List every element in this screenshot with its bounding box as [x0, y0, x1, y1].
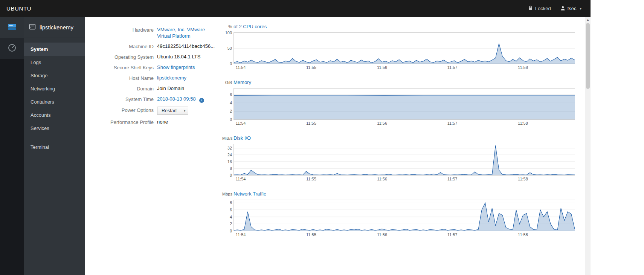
- info-value-link[interactable]: lipstickenemy: [157, 75, 186, 81]
- sidebar-item-services[interactable]: Services: [24, 122, 85, 135]
- info-value: Show fingerprints: [157, 64, 214, 71]
- info-value: Restart ▾: [157, 107, 214, 115]
- info-label: Machine ID: [85, 43, 154, 50]
- user-name: tsec: [568, 6, 577, 11]
- chart-xaxis: 11:5411:5511:5611:5711:58: [234, 232, 575, 238]
- brand-title: UBUNTU: [6, 5, 31, 12]
- chart-yaxis: 050100: [222, 32, 233, 64]
- sidebar-item-label: Accounts: [31, 112, 50, 118]
- chevron-down-icon: ▾: [580, 7, 581, 11]
- chart-yaxis: 02468: [222, 200, 233, 231]
- info-label: Hardware: [85, 26, 154, 39]
- scrollbar[interactable]: ▲: [585, 17, 591, 275]
- power-options-split-button: Restart ▾: [157, 107, 188, 115]
- chart-yaxis: 0246: [222, 88, 233, 120]
- info-value: 2018-08-13 09:58 i: [157, 96, 214, 103]
- info-value: Join Domain: [157, 85, 214, 92]
- info-value-link[interactable]: VMware, Inc. VMware Virtual Platform: [157, 27, 205, 39]
- sidebar-item-label: Terminal: [31, 144, 49, 150]
- info-label: Performance Profile: [85, 119, 154, 125]
- chart-xaxis: 11:5411:5511:5611:5711:58: [234, 121, 575, 126]
- sidebar-nav: System Logs Storage Networking Container…: [24, 38, 85, 154]
- chart-unit-label: %: [222, 24, 233, 29]
- rail-item-dashboard[interactable]: [0, 38, 24, 59]
- shell: lipstickenemy System Logs Storage Networ…: [0, 17, 591, 275]
- user-menu[interactable]: tsec ▾: [561, 5, 581, 12]
- sidebar-item-networking[interactable]: Networking: [24, 82, 85, 95]
- locked-label: Locked: [535, 6, 551, 11]
- info-value: 49c1822514114bacb456...: [157, 43, 214, 50]
- chart-yaxis: 08162432: [222, 144, 233, 176]
- sidebar-item-label: System: [31, 46, 48, 52]
- chart-unit-label: Mbps: [222, 192, 233, 196]
- icon-rail: [0, 17, 24, 275]
- chart-disk-io: MiB/s Disk I/O 08162432 11:5411:5511:561…: [222, 135, 576, 182]
- chart-xaxis: 11:5411:5511:5611:5711:58: [234, 65, 575, 70]
- restart-button[interactable]: Restart: [157, 107, 181, 115]
- chart-title-link[interactable]: Disk I/O: [233, 135, 251, 141]
- host-name: lipstickenemy: [40, 24, 73, 31]
- info-label: Domain: [85, 85, 154, 92]
- scrollbar-thumb[interactable]: [586, 23, 590, 89]
- info-value: none: [157, 119, 214, 125]
- sidebar-item-logs[interactable]: Logs: [24, 56, 85, 69]
- sidebar-item-storage[interactable]: Storage: [24, 69, 85, 82]
- chart-plot: [233, 32, 575, 64]
- info-label: Secure Shell Keys: [85, 64, 154, 71]
- chart-title-link[interactable]: Memory: [233, 79, 251, 85]
- chart-plot: [233, 144, 575, 176]
- gauge-icon: [8, 43, 17, 54]
- rail-item-host[interactable]: [0, 17, 24, 38]
- chart-network-traffic: Mbps Network Traffic 02468 11:5411:5511:…: [222, 191, 576, 238]
- chart-header: Mbps Network Traffic: [222, 191, 576, 197]
- system-info: Hardware VMware, Inc. VMware Virtual Pla…: [85, 17, 214, 275]
- info-value-text: none: [157, 119, 168, 125]
- chart-body: 02468: [222, 200, 576, 231]
- chart-svg: [234, 144, 575, 175]
- chart-svg: [234, 200, 575, 231]
- power-dropdown-button[interactable]: ▾: [181, 107, 188, 115]
- sidebar-item-containers[interactable]: Containers: [24, 95, 85, 108]
- info-value: lipstickenemy: [157, 75, 214, 81]
- info-label: Host Name: [85, 75, 154, 81]
- server-icon: [7, 22, 17, 33]
- sidebar-item-accounts[interactable]: Accounts: [24, 108, 85, 122]
- info-value-link[interactable]: 2018-08-13 09:58: [157, 96, 196, 102]
- chart-body: 050100: [222, 32, 576, 64]
- sidebar-item-system[interactable]: System: [24, 43, 85, 56]
- chart-plot: [233, 88, 575, 120]
- scroll-up-icon[interactable]: ▲: [585, 17, 591, 23]
- sidebar-item-terminal[interactable]: Terminal: [24, 141, 85, 154]
- sidebar: lipstickenemy System Logs Storage Networ…: [24, 17, 85, 275]
- chart-unit-label: GiB: [222, 80, 233, 85]
- chart-header: % of 2 CPU cores: [222, 24, 576, 30]
- app-window: UBUNTU Locked tsec ▾: [0, 0, 591, 275]
- info-label: System Time: [85, 96, 154, 103]
- host-icon: [29, 23, 36, 31]
- info-icon[interactable]: i: [199, 98, 204, 103]
- info-label: Power Options: [85, 107, 154, 115]
- info-value-link[interactable]: Show fingerprints: [157, 64, 195, 70]
- info-label: Operating System: [85, 53, 154, 60]
- sidebar-host-button[interactable]: lipstickenemy: [24, 17, 85, 38]
- chart-body: 08162432: [222, 144, 576, 176]
- info-value: Ubuntu 18.04.1 LTS: [157, 53, 214, 60]
- lock-icon: [528, 5, 533, 12]
- chart-memory: GiB Memory 0246 11:5411:5511:5611:5711:5…: [222, 79, 576, 126]
- chart-header: GiB Memory: [222, 79, 576, 86]
- chart-plot: [233, 200, 575, 231]
- sidebar-item-label: Containers: [31, 99, 54, 105]
- chart-svg: [234, 33, 575, 64]
- sidebar-item-label: Services: [31, 125, 49, 131]
- chart-header: MiB/s Disk I/O: [222, 135, 576, 142]
- info-value: VMware, Inc. VMware Virtual Platform: [157, 26, 214, 39]
- chart-svg: [234, 89, 575, 119]
- user-icon: [561, 5, 565, 12]
- locked-button[interactable]: Locked: [528, 5, 551, 12]
- info-value-text: 49c1822514114bacb456...: [157, 43, 215, 49]
- charts-column: % of 2 CPU cores 050100 11:5411:5511:561…: [222, 17, 576, 275]
- sidebar-item-label: Logs: [31, 60, 41, 65]
- chart-title-link[interactable]: Network Traffic: [233, 191, 266, 197]
- chart-title-link[interactable]: of 2 CPU cores: [233, 24, 267, 29]
- sidebar-item-label: Storage: [31, 73, 48, 78]
